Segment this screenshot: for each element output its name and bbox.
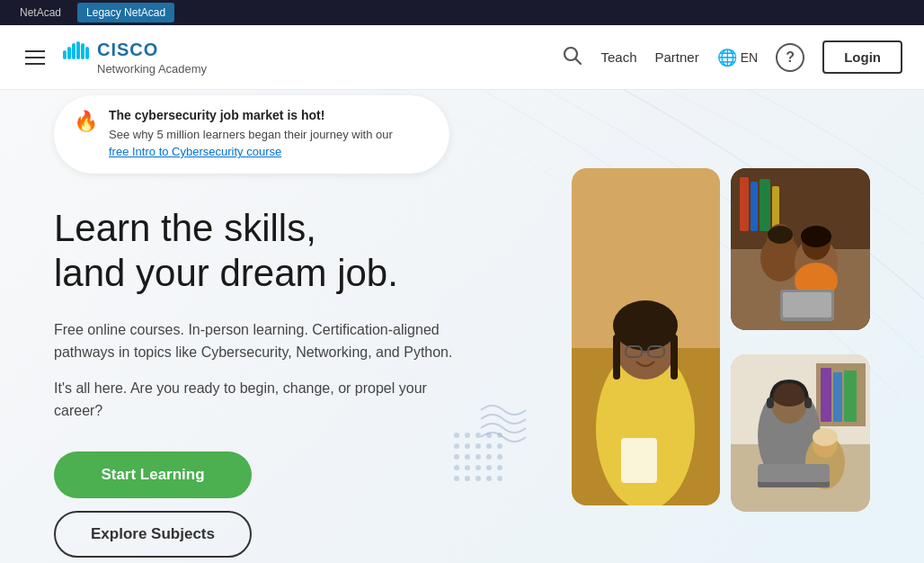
cisco-text: CISCO [97,40,158,60]
svg-rect-1 [67,47,71,59]
svg-rect-43 [821,368,831,422]
hero-description-1: Free online courses. In-person learning.… [54,318,467,364]
help-icon: ? [786,49,795,66]
alert-text: The cybersecurity job market is hot! See… [109,108,393,161]
hero-image-family [731,354,870,512]
search-button[interactable] [561,44,582,71]
svg-point-31 [768,226,793,244]
svg-rect-50 [804,398,812,408]
svg-line-7 [576,58,582,64]
login-button[interactable]: Login [822,40,902,74]
svg-rect-0 [63,50,67,59]
svg-rect-49 [767,398,774,408]
cisco-bars-icon [63,40,92,59]
alert-body-text: See why 5 million learners began their j… [109,128,393,141]
cisco-wordmark: CISCO [63,40,158,60]
language-selector[interactable]: 🌐 EN [717,48,758,67]
headline-line2: land your dream job. [54,252,398,294]
alert-link[interactable]: free Intro to Cybersecurity course [109,145,281,158]
header: CISCO Networking Academy Teach Partner 🌐… [0,25,924,90]
svg-rect-26 [751,182,758,231]
alert-body: See why 5 million learners began their j… [109,126,393,161]
networking-academy-text: Networking Academy [97,62,207,76]
image-grid [572,168,870,503]
alert-banner: 🔥 The cybersecurity job market is hot! S… [54,95,449,174]
svg-rect-25 [740,177,749,231]
svg-rect-4 [81,43,84,59]
svg-rect-16 [671,335,678,380]
help-button[interactable]: ? [776,43,804,72]
svg-rect-20 [621,438,657,483]
globe-icon: 🌐 [717,48,737,67]
svg-rect-2 [72,43,76,59]
tab-netacad[interactable]: NetAcad [11,3,70,22]
hero-description-2: It's all here. Are you ready to begin, c… [54,377,467,423]
svg-point-14 [613,300,678,351]
svg-rect-27 [760,179,770,231]
svg-point-34 [801,226,831,247]
headline-line1: Learn the skills, [54,207,316,249]
svg-rect-45 [844,371,857,422]
cisco-logo: CISCO Networking Academy [63,40,207,76]
alert-title: The cybersecurity job market is hot! [109,108,393,122]
hamburger-menu[interactable] [22,47,49,68]
top-bar: NetAcad Legacy NetAcad [0,0,924,25]
tab-legacy-netacad[interactable]: Legacy NetAcad [77,3,174,22]
lang-label: EN [741,50,758,65]
partner-nav-link[interactable]: Partner [655,49,699,65]
hero-image-pair [731,168,870,330]
teach-nav-link[interactable]: Teach [600,49,636,65]
hero-section: 🔥 The cybersecurity job market is hot! S… [0,90,924,563]
explore-subjects-button[interactable]: Explore Subjects [54,511,252,558]
hero-headline: Learn the skills, land your dream job. [54,206,521,297]
svg-rect-3 [76,41,80,59]
svg-rect-15 [613,335,620,380]
header-right: Teach Partner 🌐 EN ? Login [561,40,902,74]
hero-images [521,90,870,563]
start-learning-button[interactable]: Start Learning [54,451,252,498]
svg-rect-37 [783,292,831,317]
fire-icon: 🔥 [74,110,98,133]
svg-point-53 [813,428,838,446]
hero-image-woman [572,168,720,505]
hero-content-left: 🔥 The cybersecurity job market is hot! S… [54,95,521,558]
logo-area[interactable]: CISCO Networking Academy [63,40,207,76]
cta-buttons: Start Learning Explore Subjects [54,451,521,558]
svg-rect-5 [85,47,89,59]
svg-rect-55 [758,464,830,482]
header-left: CISCO Networking Academy [22,40,561,76]
svg-rect-44 [833,372,842,422]
